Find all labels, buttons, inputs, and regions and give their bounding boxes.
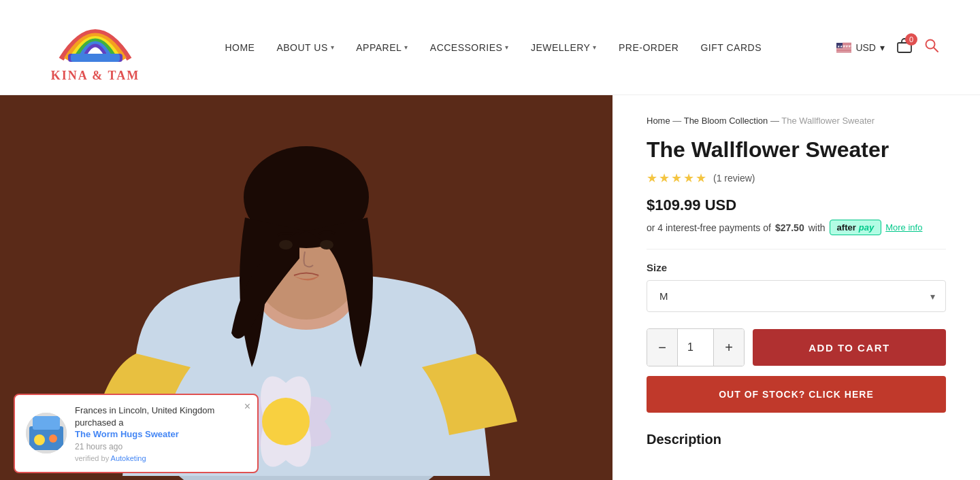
search-icon — [924, 38, 939, 53]
site-header: KINA & TAM HOME ABOUT US ▾ APPAREL ▾ ACC… — [0, 0, 980, 95]
afterpay-more-info-link[interactable]: More info — [885, 222, 922, 233]
about-dropdown-icon: ▾ — [331, 44, 335, 51]
logo-text: KINA & TAM — [51, 69, 140, 83]
price-divider — [647, 249, 946, 250]
notification-time: 21 hours ago — [75, 442, 246, 451]
out-of-stock-button[interactable]: OUT OF STOCK? CLICK HERE — [647, 376, 946, 413]
nav-apparel[interactable]: APPAREL ▾ — [356, 42, 408, 53]
quantity-increase-button[interactable]: + — [714, 329, 744, 366]
logo-rainbow-icon — [54, 12, 136, 66]
jewellery-dropdown-icon: ▾ — [593, 44, 597, 51]
svg-rect-8 — [836, 50, 851, 51]
quantity-input[interactable] — [677, 329, 714, 366]
quantity-control: − + — [647, 328, 745, 366]
afterpay-row: or 4 interest-free payments of $27.50 wi… — [647, 220, 946, 235]
notification-avatar — [26, 413, 67, 453]
nav-accessories[interactable]: ACCESSORIES ▾ — [430, 42, 509, 53]
breadcrumb-collection[interactable]: The Bloom Collection — [684, 116, 768, 126]
main-content: Frances in Lincoln, United Kingdom purch… — [0, 95, 980, 480]
svg-rect-1 — [71, 54, 120, 62]
notif-product-image — [26, 413, 67, 453]
accessories-dropdown-icon: ▾ — [505, 44, 509, 51]
notification-footer: verified by Autoketing — [75, 454, 246, 462]
autoketing-link[interactable]: Autoketing — [111, 454, 146, 462]
afterpay-badge: afterpay — [830, 220, 882, 235]
currency-selector[interactable]: ★★★★★★★★★ USD ▾ — [836, 42, 885, 53]
svg-point-32 — [49, 434, 57, 443]
nav-preorder[interactable]: PRE-ORDER — [619, 42, 679, 53]
nav-about[interactable]: ABOUT US ▾ — [276, 42, 334, 53]
search-button[interactable] — [924, 38, 939, 56]
product-title: The Wallflower Sweater — [647, 137, 946, 162]
afterpay-text: or 4 interest-free payments of — [647, 222, 771, 233]
notification-content: Frances in Lincoln, United Kingdom purch… — [75, 405, 246, 462]
notification-message: Frances in Lincoln, United Kingdom purch… — [75, 405, 246, 429]
svg-point-26 — [279, 240, 293, 250]
rating-row: ★★★★★ (1 review) — [647, 171, 946, 186]
svg-rect-30 — [33, 416, 60, 430]
notification-product-link[interactable]: The Worm Hugs Sweater — [75, 429, 246, 439]
us-flag-icon: ★★★★★★★★★ — [836, 43, 851, 52]
review-count[interactable]: (1 review) — [713, 173, 755, 184]
logo[interactable]: KINA & TAM — [41, 12, 150, 83]
nav-giftcards[interactable]: GIFT CARDS — [700, 42, 762, 53]
star-rating: ★★★★★ — [647, 171, 708, 186]
product-image-area: Frances in Lincoln, United Kingdom purch… — [0, 95, 612, 480]
cart-button[interactable]: 0 — [896, 37, 913, 57]
breadcrumb: Home — The Bloom Collection — The Wallfl… — [647, 116, 946, 126]
size-selector-wrapper: M XS S L XL ▾ — [647, 280, 946, 312]
quantity-cart-row: − + ADD TO CART — [647, 328, 946, 366]
size-select[interactable]: M XS S L XL — [647, 280, 946, 312]
product-price: $109.99 USD — [647, 196, 946, 214]
nav-jewellery[interactable]: JEWELLERY ▾ — [531, 42, 597, 53]
apparel-dropdown-icon: ▾ — [404, 44, 408, 51]
svg-text:★★★★★★★★★: ★★★★★★★★★ — [837, 44, 851, 48]
main-nav: HOME ABOUT US ▾ APPAREL ▾ ACCESSORIES ▾ … — [225, 42, 762, 53]
description-title: Description — [647, 432, 946, 447]
add-to-cart-button[interactable]: ADD TO CART — [753, 329, 946, 366]
svg-point-22 — [262, 398, 310, 445]
svg-point-31 — [34, 434, 45, 445]
header-actions: ★★★★★★★★★ USD ▾ 0 — [836, 37, 939, 57]
size-label: Size — [647, 262, 946, 273]
svg-rect-7 — [836, 49, 851, 50]
product-details: Home — The Bloom Collection — The Wallfl… — [612, 95, 980, 480]
breadcrumb-home[interactable]: Home — [647, 116, 670, 126]
afterpay-amount: $27.50 — [775, 222, 804, 233]
notification-popup: Frances in Lincoln, United Kingdom purch… — [14, 394, 259, 473]
nav-home[interactable]: HOME — [225, 42, 255, 53]
currency-dropdown-icon: ▾ — [880, 42, 885, 53]
svg-point-27 — [320, 240, 333, 250]
breadcrumb-current: The Wallflower Sweater — [781, 116, 875, 126]
quantity-decrease-button[interactable]: − — [647, 329, 677, 366]
cart-badge: 0 — [905, 33, 917, 46]
notification-close-button[interactable]: × — [244, 400, 250, 413]
svg-line-13 — [934, 48, 938, 52]
afterpay-with: with — [808, 222, 826, 233]
